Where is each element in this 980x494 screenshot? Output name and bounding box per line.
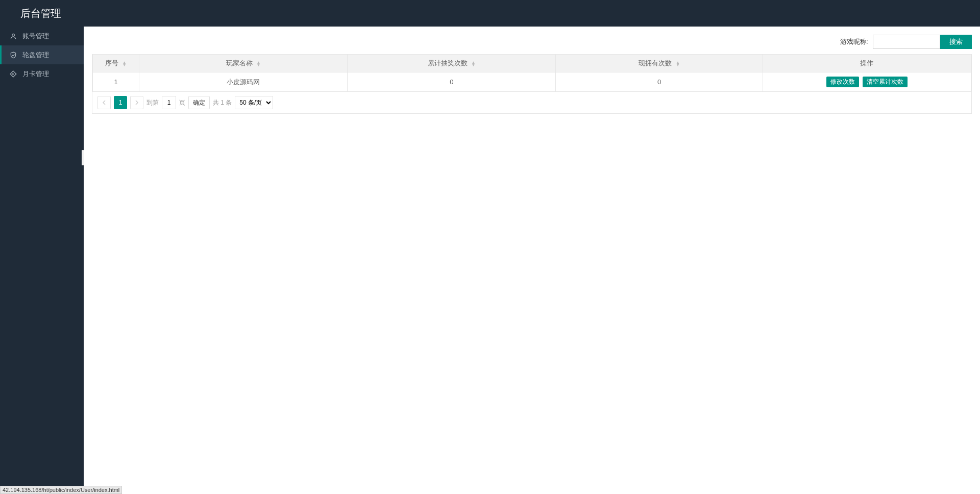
svg-text:R: R xyxy=(12,72,14,75)
app-title: 后台管理 xyxy=(20,7,61,20)
col-header-total[interactable]: 累计抽奖次数 ▲▼ xyxy=(348,55,556,72)
cell-total: 0 xyxy=(348,72,556,92)
sidebar-item-label: 账号管理 xyxy=(22,32,49,41)
table-row: 1 小皮源码网 0 0 修改次数 清空累计次数 xyxy=(93,72,971,92)
sidebar-item-wheel[interactable]: 轮盘管理 xyxy=(0,45,84,64)
header: 后台管理 xyxy=(0,0,980,27)
search-label: 游戏昵称: xyxy=(840,37,869,46)
goto-confirm-button[interactable]: 确定 xyxy=(188,96,210,109)
col-header-name[interactable]: 玩家名称 ▲▼ xyxy=(139,55,348,72)
chevron-left-icon xyxy=(102,100,106,105)
page-1-button[interactable]: 1 xyxy=(114,96,127,109)
diamond-icon: R xyxy=(9,70,17,78)
sidebar-item-card[interactable]: R 月卡管理 xyxy=(0,64,84,83)
main-content: 游戏昵称: 搜索 序号 ▲▼ 玩家名称 ▲▼ xyxy=(84,27,980,494)
col-header-remain[interactable]: 现拥有次数 ▲▼ xyxy=(556,55,763,72)
cell-actions: 修改次数 清空累计次数 xyxy=(763,72,971,92)
sidebar: 账号管理 轮盘管理 R 月卡管理 xyxy=(0,27,84,494)
sort-icon[interactable]: ▲▼ xyxy=(676,61,680,66)
search-bar: 游戏昵称: 搜索 xyxy=(92,35,972,49)
sort-icon[interactable]: ▲▼ xyxy=(256,61,260,66)
edit-count-button[interactable]: 修改次数 xyxy=(826,77,859,87)
status-bar: 42.194.135.168/ht/public/index/User/inde… xyxy=(0,486,122,494)
total-count: 共 1 条 xyxy=(213,98,232,107)
col-header-index[interactable]: 序号 ▲▼ xyxy=(93,55,139,72)
user-icon xyxy=(9,32,17,40)
next-page-button[interactable] xyxy=(130,96,143,109)
page-unit: 页 xyxy=(179,98,185,107)
search-input[interactable] xyxy=(873,35,940,49)
cell-index: 1 xyxy=(93,72,139,92)
sidebar-item-account[interactable]: 账号管理 xyxy=(0,27,84,45)
cell-name: 小皮源码网 xyxy=(139,72,348,92)
sort-icon[interactable]: ▲▼ xyxy=(122,61,127,66)
container: 账号管理 轮盘管理 R 月卡管理 游戏昵称: 搜索 xyxy=(0,27,980,494)
table-header-row: 序号 ▲▼ 玩家名称 ▲▼ 累计抽奖次数 ▲▼ 现拥有次数 xyxy=(93,55,971,72)
page-size-select[interactable]: 50 条/页 xyxy=(235,96,273,109)
sidebar-item-label: 轮盘管理 xyxy=(22,51,49,60)
page-input[interactable] xyxy=(162,96,176,109)
sort-icon[interactable]: ▲▼ xyxy=(472,61,476,66)
search-button[interactable]: 搜索 xyxy=(940,35,972,49)
pagination: 1 到第 页 确定 共 1 条 50 条/页 xyxy=(92,92,972,114)
goto-label: 到第 xyxy=(146,98,159,107)
svg-point-0 xyxy=(12,34,15,36)
chevron-right-icon xyxy=(135,100,139,105)
cell-remain: 0 xyxy=(556,72,763,92)
sidebar-item-label: 月卡管理 xyxy=(22,69,49,79)
shield-icon xyxy=(9,51,17,59)
table-wrapper: 序号 ▲▼ 玩家名称 ▲▼ 累计抽奖次数 ▲▼ 现拥有次数 xyxy=(92,54,972,92)
data-table: 序号 ▲▼ 玩家名称 ▲▼ 累计抽奖次数 ▲▼ 现拥有次数 xyxy=(92,55,971,92)
prev-page-button[interactable] xyxy=(97,96,111,109)
clear-count-button[interactable]: 清空累计次数 xyxy=(863,77,908,87)
col-header-action: 操作 xyxy=(763,55,971,72)
